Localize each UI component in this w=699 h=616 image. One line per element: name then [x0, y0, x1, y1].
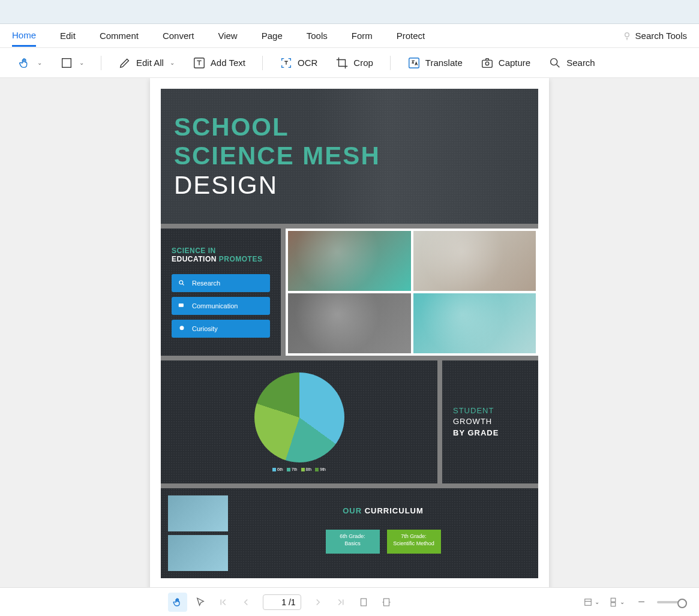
- pill-curiosity: Curiosity: [172, 320, 270, 338]
- zoom-slider[interactable]: [657, 601, 687, 603]
- fit-width-button[interactable]: [377, 593, 396, 612]
- photo-classroom-1: [168, 495, 228, 531]
- poster-header: SCHOOL SCIENCE MESH DESIGN: [161, 89, 538, 224]
- fit-page-button[interactable]: [354, 593, 373, 612]
- svg-rect-8: [179, 304, 184, 307]
- view-mode-1-button[interactable]: ⌄: [581, 593, 601, 612]
- chevron-down-icon: ⌄: [37, 59, 42, 66]
- growth-l3: BY GRADE: [453, 428, 499, 437]
- svg-rect-12: [585, 599, 592, 605]
- zoom-out-button[interactable]: −: [632, 593, 651, 612]
- translate-button[interactable]: Translate: [401, 53, 469, 73]
- page-nav: /1: [168, 593, 396, 612]
- curriculum-card-6th: 6th Grade: Basics: [326, 530, 380, 554]
- select-mode-button[interactable]: [191, 593, 210, 612]
- capture-button[interactable]: Capture: [475, 53, 536, 73]
- zoom-controls: ⌄ ⌄ −: [581, 593, 687, 612]
- pill-research: Research: [172, 274, 270, 292]
- page: SCHOOL SCIENCE MESH DESIGN SCIENCE IN ED…: [150, 78, 549, 587]
- next-page-button[interactable]: [308, 593, 328, 612]
- edit-all-label: Edit All: [136, 58, 164, 68]
- growth-l1: STUDENT: [453, 406, 494, 415]
- card-line2: Basics: [344, 540, 361, 546]
- tab-protect[interactable]: Protect: [397, 26, 425, 46]
- promotes-title-a: SCIENCE IN: [172, 247, 216, 255]
- select-rect-button[interactable]: ⌄: [54, 53, 90, 73]
- edit-all-button[interactable]: Edit All ⌄: [112, 53, 181, 73]
- svg-point-9: [180, 326, 184, 330]
- menu-tabs: Home Edit Comment Convert View Page Tool…: [0, 24, 699, 48]
- tab-form[interactable]: Form: [352, 26, 373, 46]
- crop-icon: [335, 56, 349, 70]
- tab-edit[interactable]: Edit: [60, 26, 76, 46]
- photo-students-lab: [413, 231, 536, 291]
- promotes-title-b: EDUCATION: [172, 255, 219, 263]
- total-pages: 1: [291, 597, 296, 607]
- search-tools[interactable]: Search Tools: [622, 26, 687, 46]
- poster-row-growth: 6th 7th 8th 9th STUDENT GROWTH BY GRADE: [161, 360, 538, 483]
- legend-7th: 7th: [287, 467, 298, 471]
- curriculum-title-b: CURRICULUM: [365, 506, 424, 515]
- tab-home[interactable]: Home: [12, 25, 36, 47]
- last-page-icon: [335, 597, 346, 608]
- hand-icon: [172, 597, 183, 608]
- crop-button[interactable]: Crop: [329, 53, 379, 73]
- svg-point-6: [551, 58, 557, 65]
- promotes-title-c: PROMOTES: [219, 255, 263, 263]
- bottom-bar: /1 ⌄ ⌄ −: [0, 587, 699, 616]
- chevron-down-icon: ⌄: [620, 599, 625, 605]
- tab-tools[interactable]: Tools: [307, 26, 328, 46]
- prev-page-button[interactable]: [236, 593, 256, 612]
- tab-view[interactable]: View: [218, 26, 237, 46]
- camera-icon: [481, 56, 494, 70]
- legend-9th: 9th: [315, 467, 326, 471]
- edit-pencil-icon: [118, 56, 131, 70]
- pie-chart-box: 6th 7th 8th 9th: [161, 360, 437, 483]
- current-page-field[interactable]: [268, 597, 286, 607]
- chevron-right-icon: [313, 597, 323, 608]
- chevron-left-icon: [241, 597, 251, 608]
- add-text-button[interactable]: Add Text: [187, 53, 251, 73]
- curriculum-title-a: OUR: [343, 506, 365, 515]
- card-line1: 6th Grade:: [340, 533, 365, 539]
- header-line3: DESIGN: [174, 171, 278, 199]
- svg-point-7: [179, 281, 183, 284]
- translate-icon: [407, 56, 421, 70]
- pill-label: Communication: [192, 302, 238, 309]
- svg-rect-13: [611, 598, 616, 602]
- tab-comment[interactable]: Comment: [100, 26, 139, 46]
- growth-l2: GROWTH: [453, 417, 492, 426]
- search-tools-placeholder: Search Tools: [635, 26, 687, 46]
- document-area[interactable]: SCHOOL SCIENCE MESH DESIGN SCIENCE IN ED…: [0, 78, 699, 587]
- card-line2: Scientific Method: [393, 540, 434, 546]
- hand-tool-button[interactable]: ⌄: [12, 53, 48, 73]
- page-number-input[interactable]: /1: [263, 594, 301, 610]
- card-line1: 7th Grade:: [401, 533, 427, 539]
- chat-icon: [178, 302, 186, 310]
- last-page-button[interactable]: [331, 593, 350, 612]
- pill-communication: Communication: [172, 297, 270, 315]
- svg-point-5: [485, 62, 489, 65]
- pie-legend: 6th 7th 8th 9th: [272, 467, 326, 471]
- legend-6th: 6th: [272, 467, 283, 471]
- svg-point-0: [625, 32, 629, 37]
- svg-rect-4: [482, 60, 493, 67]
- search-button[interactable]: Search: [542, 53, 601, 73]
- view-mode-2-button[interactable]: ⌄: [607, 593, 626, 612]
- pill-label: Curiosity: [192, 325, 218, 332]
- photo-student-microscope: [288, 231, 411, 291]
- first-page-button[interactable]: [214, 593, 233, 612]
- search-icon: [178, 279, 186, 287]
- tab-page[interactable]: Page: [262, 26, 283, 46]
- hand-mode-button[interactable]: [168, 593, 187, 612]
- minus-icon: −: [638, 595, 645, 609]
- tab-convert[interactable]: Convert: [163, 26, 194, 46]
- pill-label: Research: [192, 280, 220, 287]
- hand-cursor-icon: [18, 56, 31, 70]
- page-canvas: SCHOOL SCIENCE MESH DESIGN SCIENCE IN ED…: [161, 89, 538, 578]
- add-text-icon: [193, 56, 206, 70]
- separator: [262, 56, 263, 70]
- ocr-button[interactable]: OCR: [274, 53, 323, 73]
- search-icon: [548, 56, 562, 70]
- chevron-down-icon: ⌄: [595, 599, 599, 605]
